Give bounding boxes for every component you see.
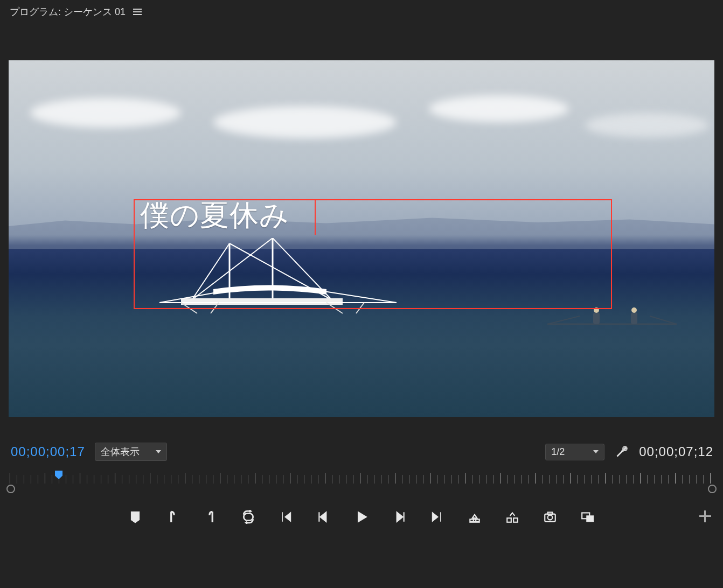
lift-icon[interactable] [467,509,482,524]
video-content [213,106,397,138]
text-cursor [315,199,316,235]
resolution-dropdown[interactable]: 1/2 [545,444,604,460]
svg-line-15 [547,316,580,324]
chevron-down-icon [593,450,599,453]
chevron-down-icon [156,450,161,453]
marker-icon[interactable] [128,509,143,524]
step-back-icon[interactable] [316,509,331,524]
zoom-level-label: 全体表示 [101,445,140,458]
svg-rect-30 [587,516,594,522]
mark-in-icon[interactable] [165,509,180,524]
timeline-ruler[interactable] [10,471,713,493]
zoom-handle-left[interactable] [6,485,15,493]
panel-menu-icon[interactable] [133,9,142,15]
video-content [30,98,181,128]
svg-rect-24 [507,518,511,522]
play-icon[interactable] [354,509,369,524]
svg-rect-25 [513,518,518,522]
title-text-overlay[interactable]: 僕の夏休み [140,196,289,235]
svg-rect-18 [631,312,637,324]
extract-icon[interactable] [505,509,520,524]
svg-line-16 [650,316,677,324]
duration-timecode: 00;00;07;12 [639,444,713,459]
go-to-in-icon[interactable] [279,509,294,524]
settings-wrench-icon[interactable] [614,444,629,459]
comparison-view-icon[interactable] [580,509,595,524]
video-content [429,95,569,122]
zoom-handle-right[interactable] [708,485,717,493]
resolution-label: 1/2 [551,446,565,458]
step-forward-icon[interactable] [392,509,407,524]
svg-point-20 [631,307,637,313]
svg-point-27 [548,515,553,520]
loop-icon[interactable] [241,509,256,524]
go-to-out-icon[interactable] [429,509,444,524]
current-timecode[interactable]: 00;00;00;17 [11,444,85,459]
video-content [585,113,709,137]
panel-title: プログラム: シーケンス 01 [10,5,126,18]
ruler-ticks-major [10,473,713,484]
export-frame-icon[interactable] [543,509,558,524]
program-monitor[interactable]: 僕の夏休み [9,60,714,417]
mark-out-icon[interactable] [203,509,218,524]
svg-rect-17 [593,312,600,324]
button-editor-plus-icon[interactable] [698,509,712,523]
zoom-level-dropdown[interactable]: 全体表示 [95,443,167,461]
svg-rect-22 [244,514,253,521]
svg-rect-23 [470,519,479,522]
